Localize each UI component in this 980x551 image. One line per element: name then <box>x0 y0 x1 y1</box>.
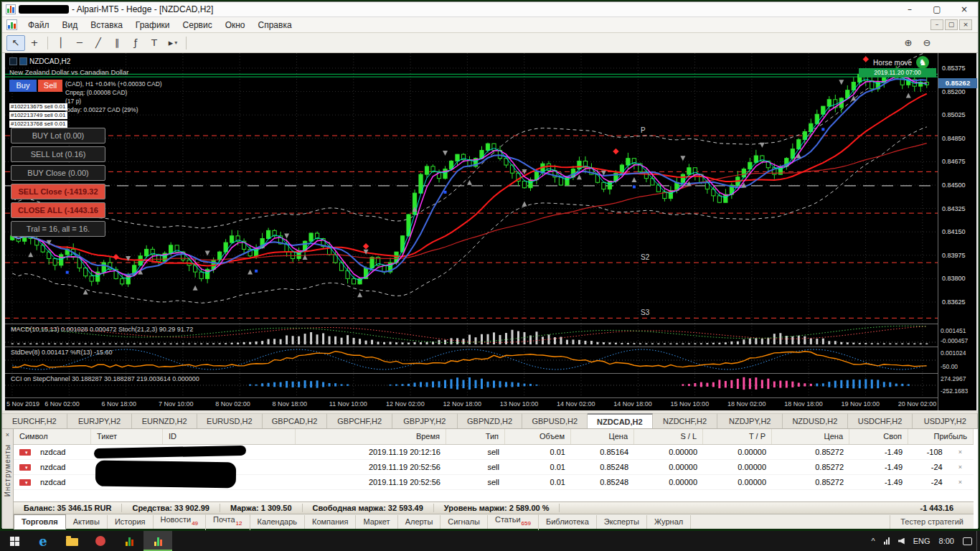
tray-tray-expand-icon[interactable]: ^ <box>872 537 875 545</box>
tray-clock[interactable]: 8:00 <box>939 537 954 545</box>
chart-tab-eurusd[interactable]: EURUSD,H2 <box>197 413 263 428</box>
ea-button-close[interactable]: CLOSE ALL (-1443.16 <box>11 202 105 218</box>
column-header-3[interactable]: ID <box>163 429 296 444</box>
chart-tab-nzdchf[interactable]: NZDCHF,H2 <box>653 413 718 428</box>
taskbar-edge[interactable]: e <box>29 531 57 551</box>
tray-network-icon[interactable] <box>884 537 890 545</box>
toolbox-tab-1[interactable]: Торговля <box>14 514 66 529</box>
taskbar-folder[interactable] <box>57 531 86 551</box>
taskbar-start[interactable] <box>0 531 29 551</box>
current-price-cell: 0.85272 <box>772 448 849 456</box>
tray-language[interactable]: ENG <box>913 537 930 545</box>
toolbox-tab-12[interactable]: Библиотека <box>539 515 597 529</box>
chart-tab-eurjpy[interactable]: EURJPY,H2 <box>67 413 133 428</box>
trendline-icon[interactable]: ╱ <box>89 35 108 51</box>
ea-button-buy[interactable]: BUY Lot (0.00) <box>11 128 105 143</box>
buy-button[interactable]: Buy <box>9 80 37 92</box>
crosshair-icon[interactable]: + <box>25 35 44 51</box>
price-scale[interactable]: 0.85262 0.853750.852000.850250.848500.84… <box>938 53 976 410</box>
menu-item-6[interactable]: Окно <box>219 18 252 32</box>
chart-tab-eurchf[interactable]: EURCHF,H2 <box>2 413 67 428</box>
time-cell: 2019.11.19 20:52:56 <box>296 478 446 486</box>
ea-button-sell[interactable]: SELL Lot (0.16) <box>11 146 105 162</box>
cursor-icon[interactable]: ↖ <box>6 35 25 51</box>
close-position-icon[interactable]: × <box>953 448 968 456</box>
column-header-6[interactable]: Объем <box>505 429 571 444</box>
profit-value: -24 <box>925 463 948 471</box>
chart-tab-gbpusd[interactable]: GBPUSD,H2 <box>522 413 588 428</box>
arrows-icon[interactable]: ▸▾ <box>164 35 182 51</box>
toolbox-tab-4[interactable]: Новости49 <box>154 513 207 529</box>
menu-item-3[interactable]: Вставка <box>84 18 129 32</box>
minimize-button[interactable]: – <box>896 2 923 17</box>
chart-tab-eurnzd[interactable]: EURNZD,H2 <box>132 413 197 428</box>
chart-tab-gbpchf[interactable]: GBPCHF,H2 <box>327 413 392 428</box>
column-header-2[interactable]: Тикет <box>91 429 163 444</box>
ea-button-buy[interactable]: BUY Close (0.00) <box>11 165 105 181</box>
toolbox-close-icon[interactable]: × <box>4 431 12 440</box>
menu-item-7[interactable]: Справка <box>252 18 298 32</box>
chart-tab-gbpjpy[interactable]: GBPJPY,H2 <box>392 413 458 428</box>
ea-button-tral[interactable]: Tral = 16, all = 16. <box>11 221 105 237</box>
toolbox-tab-10[interactable]: Сигналы <box>440 515 488 529</box>
child-close-button[interactable]: × <box>959 19 972 30</box>
chart-tab-nzdjpy[interactable]: NZDJPY,H2 <box>717 413 783 428</box>
column-header-5[interactable]: Тип <box>446 429 505 444</box>
close-position-icon[interactable]: × <box>953 463 968 471</box>
text-label-icon[interactable]: T <box>145 35 164 51</box>
column-header-7[interactable]: Цена <box>571 429 634 444</box>
menu-item-4[interactable]: Графики <box>129 18 176 32</box>
toolbox-tab-13[interactable]: Эксперты <box>597 515 647 529</box>
toolbox-tab-11[interactable]: Статьи659 <box>488 513 539 529</box>
chart-tab-nzdusd[interactable]: NZDUSD,H2 <box>783 413 848 428</box>
tray-notifications-icon[interactable] <box>963 537 972 545</box>
pivot-label-s3: S3 <box>641 309 649 316</box>
horizontal-line-icon[interactable]: ─ <box>70 35 89 51</box>
channel-icon[interactable]: ∥ <box>108 35 126 51</box>
chart-tab-nzdcad[interactable]: NZDCAD,H2 <box>588 413 653 428</box>
chart-tab-usdchf[interactable]: USDCHF,H2 <box>848 413 913 428</box>
toolbox-tab-5[interactable]: Почта12 <box>206 513 250 529</box>
column-header-11[interactable]: Своп <box>849 429 908 444</box>
show-desktop-button[interactable] <box>976 531 980 551</box>
menu-item-5[interactable]: Сервис <box>176 18 219 32</box>
ea-button-sell[interactable]: SELL Close (-1419.32 <box>11 184 105 199</box>
menu-item-2[interactable]: Вид <box>56 18 85 32</box>
close-button[interactable]: × <box>951 2 978 17</box>
fibonacci-icon[interactable]: ƒ <box>126 35 145 51</box>
column-header-1[interactable]: Символ <box>14 429 91 444</box>
chart-tab-gbpcad[interactable]: GBPCAD,H2 <box>263 413 328 428</box>
taskbar-app-chart[interactable] <box>115 531 143 551</box>
profit-value: -108 <box>921 448 948 456</box>
time-axis[interactable]: 5 Nov 20196 Nov 02:006 Nov 18:007 Nov 10… <box>5 397 938 410</box>
toolbox-tab-14[interactable]: Журнал <box>647 515 691 529</box>
close-position-icon[interactable]: × <box>953 479 968 486</box>
taskbar-mt5[interactable] <box>143 531 172 551</box>
zoom-out-icon[interactable]: ⊖ <box>918 35 936 51</box>
symbol-cell: ▾nzdcad <box>14 478 91 486</box>
toolbox-tab-8[interactable]: Маркет <box>356 515 397 529</box>
sell-position-icon: ▾ <box>19 449 31 456</box>
toolbox-tab-6[interactable]: Календарь <box>250 515 306 529</box>
column-header-10[interactable]: Цена <box>772 429 849 444</box>
child-restore-button[interactable]: ▢ <box>945 19 958 30</box>
chart-tab-usdjpy[interactable]: USDJPY,H2 <box>913 413 978 428</box>
vertical-line-icon[interactable]: │ <box>52 35 70 51</box>
toolbox-tab-9[interactable]: Алерты <box>398 515 441 529</box>
child-minimize-button[interactable]: – <box>930 19 943 30</box>
column-header-9[interactable]: T / P <box>703 429 772 444</box>
toolbox-tab-3[interactable]: История <box>108 515 154 529</box>
tray-volume-icon[interactable] <box>898 538 905 545</box>
sell-button[interactable]: Sell <box>38 80 62 92</box>
restore-button[interactable]: ▢ <box>923 2 951 17</box>
chart-tab-gbpnzd[interactable]: GBPNZD,H2 <box>458 413 523 428</box>
column-header-4[interactable]: Время <box>296 429 446 444</box>
menu-item-1[interactable]: Файл <box>22 18 56 32</box>
toolbox-tab-2[interactable]: Активы <box>66 515 108 529</box>
column-header-12[interactable]: Прибыль <box>908 429 974 444</box>
toolbox-tab-7[interactable]: Компания <box>305 515 356 529</box>
column-header-8[interactable]: S / L <box>634 429 703 444</box>
zoom-in-icon[interactable]: ⊕ <box>899 35 918 51</box>
chart-area[interactable]: NZDCAD,H2 New Zealand Dollar vs Canadian… <box>5 53 976 410</box>
taskbar-app-red[interactable] <box>86 531 115 551</box>
